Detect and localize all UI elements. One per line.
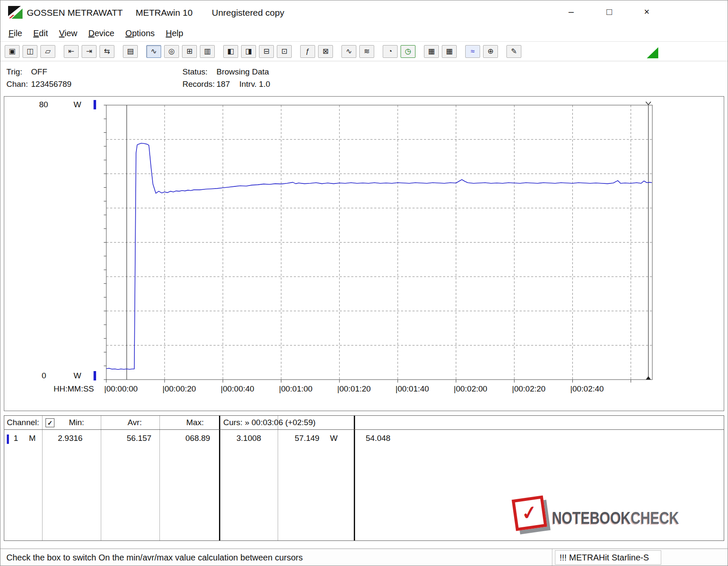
notebookcheck-check-icon: ✓	[512, 495, 547, 531]
info-area: Trig:OFF Chan:123456789 Status:Browsing …	[0, 61, 728, 95]
cell-cursor2-value: 57.149	[295, 434, 319, 443]
scope-view-icon[interactable]: ◎	[164, 45, 179, 58]
window-config-icon[interactable]: ◧	[223, 45, 238, 58]
notebookcheck-watermark: ✓ NOTEBOOKCHECK	[513, 490, 666, 547]
table-header-rule	[4, 429, 724, 430]
cell-channel-mode: M	[29, 434, 36, 443]
export-data-icon[interactable]: ⇥	[82, 45, 97, 58]
minmax-calc-checkbox[interactable]: ✓	[46, 418, 54, 427]
channel-color-marker	[7, 435, 9, 444]
cell-delta-value: 54.048	[366, 434, 390, 443]
x-tick-label: |00:02:20	[512, 384, 546, 394]
close-button[interactable]: ×	[636, 3, 658, 21]
trig-value: OFF	[31, 67, 47, 76]
gossen-metrawatt-logo-icon	[8, 6, 23, 19]
menu-help[interactable]: Help	[160, 27, 189, 40]
minimize-icon: –	[569, 6, 574, 17]
menu-options[interactable]: Options	[120, 27, 160, 40]
counter-icon[interactable]: ⊠	[318, 45, 333, 58]
window-split-icon[interactable]: ⊟	[259, 45, 274, 58]
annotation-icon[interactable]: ✎	[506, 45, 521, 58]
wave-expand-icon[interactable]: ≋	[359, 45, 374, 58]
trigger-channel-info: Trig:OFF Chan:123456789	[6, 66, 71, 90]
watermark-text: NOTEBOOKCHECK	[552, 509, 679, 528]
trend-plot[interactable]	[103, 102, 655, 384]
x-tick-label: |00:02:40	[570, 384, 604, 394]
brand-title: GOSSEN METRAWATT	[27, 8, 123, 18]
time-sync-icon[interactable]: ◔	[383, 45, 398, 58]
zoom-curve-icon[interactable]: ≈	[465, 45, 480, 58]
app-title: METRAwin 10	[136, 8, 193, 18]
x-tick-label: |00:00:20	[162, 384, 196, 394]
status-records-info: Status:Browsing Data Records:187Intrv. 1…	[182, 66, 270, 90]
device-status-section: !!! METRAHit Starline-S	[555, 550, 661, 565]
open-file-icon[interactable]: ▱	[40, 45, 55, 58]
table-divider	[42, 416, 43, 540]
cell-channel-number: 1	[14, 434, 18, 443]
wave-compress-icon[interactable]: ∿	[341, 45, 356, 58]
col-header-avr: Avr:	[128, 418, 142, 427]
watermark-text-notebook: NOTEBOOK	[552, 509, 631, 527]
trend-view-icon[interactable]: ∿	[146, 45, 161, 58]
print-preview-icon[interactable]: ▦	[442, 45, 457, 58]
menu-edit[interactable]: Edit	[28, 27, 53, 40]
intrv-label: Intrv.	[239, 80, 257, 89]
app-window: GOSSEN METRAWATT METRAwin 10 Unregistere…	[0, 0, 728, 566]
menu-bar: FileEditViewDeviceOptionsHelp	[0, 25, 728, 41]
toolbar-resize-triangle	[647, 47, 658, 58]
x-tick-label: |00:00:40	[221, 384, 254, 394]
device-status-text: !!! METRAHit Starline-S	[560, 553, 649, 563]
col-header-cursors: Curs: » 00:03:06 (+02:59)	[223, 418, 316, 427]
zoom-icon[interactable]: ⊕	[483, 45, 498, 58]
window-tile-icon[interactable]: ◨	[241, 45, 256, 58]
cell-max-value: 068.89	[185, 434, 210, 443]
save-icon[interactable]: ▣	[5, 45, 20, 58]
status-bar: Check the box to switch On the min/avr/m…	[0, 549, 728, 566]
status-hint-text: Check the box to switch On the min/avr/m…	[6, 553, 303, 563]
table-view-icon[interactable]: ⊞	[182, 45, 197, 58]
print-icon[interactable]: ▦	[424, 45, 439, 58]
cell-cursor1-value: 3.1008	[236, 434, 261, 443]
menu-view[interactable]: View	[54, 27, 83, 40]
table-divider-thick	[219, 416, 220, 540]
y-range-bottom-marker[interactable]	[94, 371, 96, 380]
maximize-icon: □	[606, 6, 612, 17]
menu-file[interactable]: File	[3, 27, 28, 40]
y-axis-unit-top: W	[74, 100, 81, 109]
maximize-button[interactable]: □	[598, 3, 620, 21]
bar-view-icon[interactable]: ▥	[200, 45, 215, 58]
records-label: Records:	[182, 78, 216, 90]
chan-label: Chan:	[6, 78, 31, 90]
transfer-icon[interactable]: ⇆	[100, 45, 114, 58]
title-bar: GOSSEN METRAWATT METRAwin 10 Unregistere…	[0, 0, 728, 25]
intrv-value: 1.0	[259, 80, 270, 89]
formula-icon[interactable]: ƒ	[300, 45, 315, 58]
col-header-channel: Channel:	[7, 418, 39, 427]
x-tick-label: |00:01:20	[337, 384, 371, 394]
menu-device[interactable]: Device	[83, 27, 120, 40]
chart-panel: 80 W 0 W HH:MM:SS |00:00:00|00:00:20|00:…	[4, 96, 724, 411]
cell-min-value: 2.9316	[58, 434, 82, 443]
col-header-min: Min:	[69, 418, 84, 427]
x-axis-format-label: HH:MM:SS	[54, 384, 94, 394]
y-range-top-marker[interactable]	[94, 100, 96, 109]
export-begin-icon[interactable]: ⇤	[64, 45, 79, 58]
alarm-clock-icon[interactable]: ◷	[401, 45, 415, 58]
license-label: Unregistered copy	[212, 8, 284, 18]
x-tick-label: |00:01:40	[395, 384, 429, 394]
chan-value: 123456789	[31, 80, 71, 89]
col-header-max: Max:	[186, 418, 204, 427]
channel-list-icon[interactable]: ▤	[123, 45, 138, 58]
x-tick-label: |00:01:00	[279, 384, 313, 394]
table-divider	[278, 416, 278, 540]
save-all-icon[interactable]: ◫	[23, 45, 37, 58]
table-divider	[159, 416, 160, 540]
status-value: Browsing Data	[216, 67, 269, 76]
trig-label: Trig:	[6, 66, 31, 78]
status-hint-section: Check the box to switch On the min/avr/m…	[0, 549, 552, 566]
y-axis-unit-bottom: W	[74, 371, 81, 380]
minimize-button[interactable]: –	[560, 3, 582, 21]
monitor-view-icon[interactable]: ⊡	[277, 45, 292, 58]
watermark-text-check: CHECK	[631, 509, 679, 527]
cell-avr-value: 56.157	[127, 434, 151, 443]
